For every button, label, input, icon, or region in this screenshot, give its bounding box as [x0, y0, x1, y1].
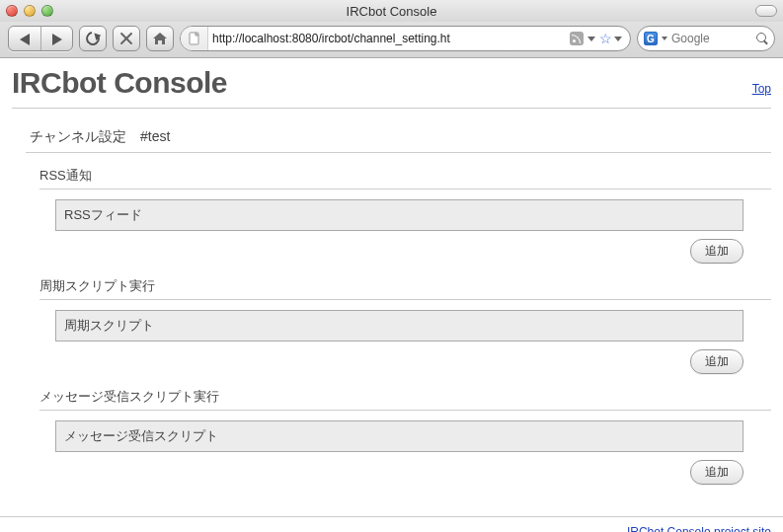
- search-bar[interactable]: G: [637, 26, 775, 51]
- search-icon[interactable]: [756, 33, 768, 44]
- url-input[interactable]: [208, 32, 570, 45]
- close-window-button[interactable]: [6, 5, 18, 17]
- site-identity-button[interactable]: [181, 27, 208, 50]
- reload-icon: [83, 29, 102, 47]
- add-button[interactable]: 追加: [690, 349, 744, 374]
- page-icon: [188, 32, 201, 45]
- group-message-script: メッセージ受信スクリプト実行 メッセージ受信スクリプト 追加: [12, 388, 771, 485]
- window-controls: [6, 5, 53, 17]
- browser-chrome: IRCbot Console ☆ G: [0, 0, 783, 58]
- add-button[interactable]: 追加: [690, 239, 744, 264]
- table-header: 周期スクリプト: [55, 310, 744, 342]
- group-rss: RSS通知 RSSフィード 追加: [12, 167, 771, 264]
- address-bar[interactable]: ☆: [180, 26, 631, 51]
- page-title: IRCbot Console: [12, 66, 227, 100]
- table-header: RSSフィード: [55, 199, 744, 231]
- group-label: メッセージ受信スクリプト実行: [39, 388, 771, 411]
- back-button[interactable]: [9, 27, 40, 51]
- stop-icon: [119, 32, 133, 45]
- top-link[interactable]: Top: [752, 82, 771, 96]
- project-site-link[interactable]: IRCbot Console project site: [627, 525, 771, 532]
- home-button[interactable]: [146, 26, 174, 51]
- nav-back-forward: [8, 26, 73, 51]
- page-content: IRCbot Console Top チャンネル設定 #test RSS通知 R…: [0, 58, 783, 485]
- search-input[interactable]: [671, 32, 752, 45]
- titlebar: IRCbot Console: [0, 0, 783, 22]
- table-header: メッセージ受信スクリプト: [55, 420, 744, 452]
- bookmark-dropdown-icon[interactable]: [614, 37, 622, 41]
- page-footer: ver 1.1 (2010-10-09) IRCbot Console proj…: [0, 516, 783, 532]
- window-title: IRCbot Console: [0, 4, 783, 19]
- arrow-right-icon: [52, 34, 62, 45]
- search-engine-icon[interactable]: G: [644, 32, 658, 45]
- toolbar-pill-button[interactable]: [755, 5, 777, 17]
- group-label: 周期スクリプト実行: [39, 277, 771, 300]
- search-engine-dropdown-icon[interactable]: [662, 37, 667, 40]
- rss-icon[interactable]: [570, 32, 584, 45]
- bookmark-star-icon[interactable]: ☆: [599, 31, 612, 46]
- page-header: IRCbot Console Top: [12, 66, 771, 109]
- home-icon: [152, 32, 168, 45]
- section-heading: チャンネル設定 #test: [26, 128, 771, 153]
- group-periodic-script: 周期スクリプト実行 周期スクリプト 追加: [12, 277, 771, 374]
- reload-button[interactable]: [79, 26, 107, 51]
- url-dropdown-icon[interactable]: [587, 37, 595, 41]
- add-button[interactable]: 追加: [690, 460, 744, 485]
- browser-toolbar: ☆ G: [0, 22, 783, 57]
- arrow-left-icon: [20, 34, 30, 45]
- forward-button[interactable]: [40, 27, 72, 51]
- zoom-window-button[interactable]: [41, 5, 53, 17]
- group-label: RSS通知: [39, 167, 771, 190]
- stop-button[interactable]: [113, 26, 140, 51]
- minimize-window-button[interactable]: [24, 5, 36, 17]
